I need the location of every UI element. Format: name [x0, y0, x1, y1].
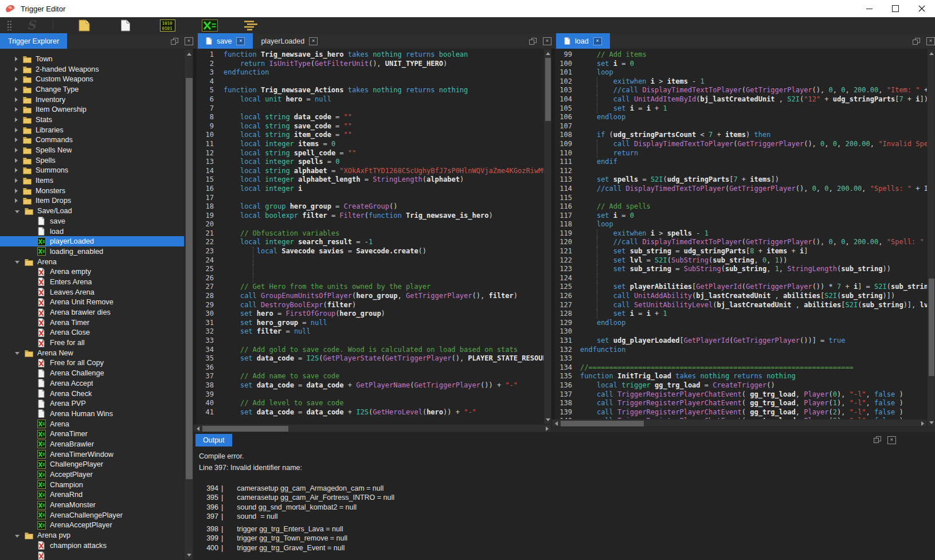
- tree-item-arenatimer[interactable]: ArenaTimer: [0, 429, 184, 439]
- tree-item-arena-human-wins[interactable]: Arena Human Wins: [0, 409, 184, 419]
- middle-horizontal-scrollbar[interactable]: [193, 424, 551, 432]
- tree-item-summons[interactable]: Summons: [0, 166, 184, 176]
- text-lines-button[interactable]: [243, 20, 259, 31]
- binary-code-button[interactable]: 10100101: [160, 19, 175, 32]
- code-line-103[interactable]: 103 //call DisplayTimedTextToPlayer(GetT…: [555, 86, 927, 95]
- chevron-right-icon[interactable]: [15, 67, 18, 72]
- code-line-100[interactable]: 100 set i = 0: [555, 60, 927, 69]
- code-line-27[interactable]: 27 // Get Hero from the units owned by t…: [197, 283, 543, 292]
- tree-item-arena[interactable]: Arena: [0, 419, 184, 429]
- tab-close-icon[interactable]: ×: [236, 37, 245, 45]
- code-line-29[interactable]: 29 call DestroyBoolExpr(filter): [197, 301, 543, 310]
- code-line-109[interactable]: 109 call DisplayTimedTextToPlayer(GetTri…: [555, 140, 927, 149]
- tree-item-champion[interactable]: Champion: [0, 480, 184, 490]
- right-vertical-scrollbar[interactable]: [927, 49, 935, 427]
- scroll-up-button[interactable]: [544, 49, 552, 57]
- float-panel-icon[interactable]: [171, 38, 178, 45]
- tree-item-arena-empty[interactable]: Arena empty: [0, 267, 184, 277]
- tree-item-spells[interactable]: Spells: [0, 155, 184, 166]
- code-line-19[interactable]: 19 local boolexpr filter = Filter(functi…: [197, 212, 543, 221]
- code-line-134[interactable]: 134//===================================…: [555, 363, 927, 373]
- code-line-24[interactable]: 24: [197, 256, 543, 265]
- code-line-133[interactable]: 133: [555, 354, 927, 363]
- code-line-128[interactable]: 128 set i = i + 1: [555, 310, 927, 319]
- code-line-13[interactable]: 13 local integer spells = 0: [197, 158, 543, 167]
- code-line-30[interactable]: 30 set hero = FirstOfGroup(hero_group): [197, 310, 543, 319]
- chevron-down-icon[interactable]: [15, 352, 19, 355]
- tree-item-town[interactable]: Town: [0, 54, 184, 64]
- code-line-4[interactable]: 4: [197, 77, 543, 87]
- tree-item-change-type[interactable]: Change Type: [0, 84, 184, 95]
- tree-item-item-drops[interactable]: Item Drops: [0, 196, 184, 206]
- minimize-button[interactable]: [856, 0, 882, 17]
- close-panel-icon[interactable]: [926, 37, 935, 45]
- code-line-125[interactable]: 125 set playerAbilities[GetPlayerId(GetT…: [555, 283, 927, 292]
- code-line-32[interactable]: 32 set filter = null: [197, 327, 543, 336]
- code-line-9[interactable]: 9 local string save_code = "": [197, 122, 543, 131]
- code-line-137[interactable]: 137 call TriggerRegisterPlayerChatEvent(…: [555, 390, 927, 400]
- code-line-10[interactable]: 10 local string item_code = "": [197, 131, 543, 140]
- right-horizontal-scrollbar[interactable]: [551, 419, 927, 427]
- tree-item-playerloaded[interactable]: playerLoaded: [0, 236, 184, 246]
- code-line-36[interactable]: 36: [197, 363, 543, 373]
- chevron-down-icon[interactable]: [15, 535, 19, 538]
- code-line-28[interactable]: 28 call GroupEnumUnitsOfPlayer(hero_grou…: [197, 292, 543, 301]
- explorer-tree[interactable]: Town2-handed WeaponsCustom WeaponsChange…: [0, 49, 184, 560]
- code-line-116[interactable]: 116 // Add spells: [555, 202, 927, 212]
- tree-item-arenatimerwindow[interactable]: ArenaTimerWindow: [0, 449, 184, 460]
- tree-item-acceptplayer[interactable]: AcceptPlayer: [0, 469, 184, 480]
- scroll-down-button[interactable]: [544, 416, 552, 424]
- scrollbar-thumb[interactable]: [929, 279, 934, 376]
- chevron-right-icon[interactable]: [15, 128, 18, 132]
- code-line-33[interactable]: 33: [197, 336, 543, 346]
- code-line-105[interactable]: 105 set i = i + 1: [555, 104, 927, 113]
- tree-item-inventory[interactable]: Inventory: [0, 95, 184, 105]
- code-line-16[interactable]: 16 local integer i: [197, 185, 543, 194]
- code-line-11[interactable]: 11 local integer items = 0: [197, 140, 543, 149]
- code-line-102[interactable]: 102 exitwhen i > items - 1: [555, 77, 927, 87]
- code-line-120[interactable]: 120 //call DisplayTimedTextToPlayer(GetT…: [555, 238, 927, 247]
- code-line-139[interactable]: 139 call TriggerRegisterPlayerChatEvent(…: [555, 408, 927, 417]
- code-line-39[interactable]: 39: [197, 390, 543, 400]
- code-line-38[interactable]: 38 set data_code = data_code + GetPlayer…: [197, 381, 543, 390]
- code-line-18[interactable]: 18 local group hero_group = CreateGroup(…: [197, 202, 543, 212]
- tree-item-stats[interactable]: Stats: [0, 115, 184, 125]
- code-line-119[interactable]: 119 exitwhen i > spells - 1: [555, 229, 927, 238]
- chevron-right-icon[interactable]: [15, 178, 18, 183]
- tree-item-libraries[interactable]: Libraries: [0, 125, 184, 135]
- code-line-138[interactable]: 138 call TriggerRegisterPlayerChatEvent(…: [555, 399, 927, 408]
- code-line-112[interactable]: 112: [555, 167, 927, 176]
- tab-playerloaded[interactable]: playerLoaded×: [253, 33, 326, 49]
- code-line-26[interactable]: 26: [197, 274, 543, 283]
- code-line-34[interactable]: 34 // Add gold to save code. Wood is cal…: [197, 346, 543, 355]
- tree-item-free-for-all[interactable]: Free for all: [0, 338, 184, 348]
- tab-save[interactable]: save×: [198, 33, 253, 49]
- code-line-41[interactable]: 41 set data_code = data_code + I2S(GetHe…: [197, 408, 543, 417]
- explorer-vertical-scrollbar[interactable]: [184, 49, 193, 560]
- tree-item-arena-pvp[interactable]: Arena pvp: [0, 530, 184, 541]
- middle-vertical-scrollbar[interactable]: [543, 49, 551, 424]
- chevron-right-icon[interactable]: [15, 97, 18, 102]
- scrollbar-thumb[interactable]: [186, 78, 193, 479]
- scroll-right-button[interactable]: [918, 420, 926, 428]
- chevron-down-icon[interactable]: [15, 210, 19, 213]
- code-line-115[interactable]: 115: [555, 194, 927, 203]
- chevron-right-icon[interactable]: [15, 198, 18, 203]
- chevron-right-icon[interactable]: [15, 87, 18, 92]
- tree-item-champion-attacks[interactable]: champion attacks: [0, 541, 184, 551]
- scroll-left-button[interactable]: [194, 425, 202, 433]
- scroll-up-button[interactable]: [928, 49, 935, 57]
- code-line-113[interactable]: 113 set spells = S2I(udg_stringParts[7 +…: [555, 175, 927, 185]
- code-line-6[interactable]: 6 local unit hero = null: [197, 95, 543, 104]
- code-line-124[interactable]: 124: [555, 274, 927, 283]
- chevron-right-icon[interactable]: [15, 158, 18, 163]
- code-line-118[interactable]: 118 loop: [555, 220, 927, 229]
- code-line-37[interactable]: 37 // Add name to save code: [197, 372, 543, 381]
- chevron-right-icon[interactable]: [15, 168, 18, 173]
- code-line-135[interactable]: 135function InitTrig_load takes nothing …: [555, 372, 927, 381]
- close-panel-icon[interactable]: [887, 436, 896, 444]
- scroll-down-button[interactable]: [928, 418, 935, 426]
- tree-item-arena-accept[interactable]: Arena Accept: [0, 378, 184, 389]
- scrollbar-thumb[interactable]: [545, 58, 551, 121]
- float-panel-icon[interactable]: [529, 38, 537, 45]
